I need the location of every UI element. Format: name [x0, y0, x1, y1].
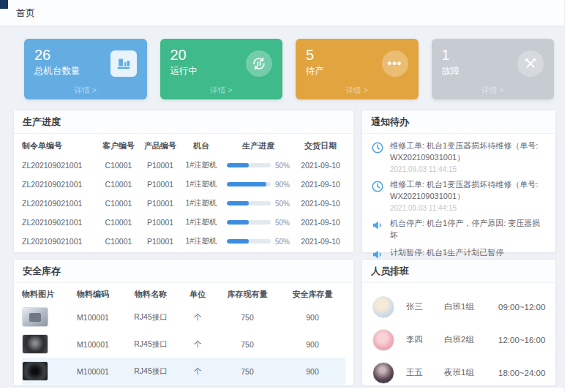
progress-percent: 90%	[275, 181, 290, 189]
stat-card-waiting[interactable]: 5 待产 ••• 详情 >	[296, 39, 419, 99]
stat-card-fault[interactable]: 1 故障 详情 >	[432, 39, 555, 99]
cell-machine: 1#注塑机	[181, 179, 221, 189]
table-row: M100001 RJ45接口 个 750 900	[22, 304, 345, 331]
column-header: 单位	[180, 289, 215, 300]
table-row: ZL202109021001 C10001 P10001 1#注塑机 90% 2…	[22, 175, 345, 194]
cell-order-no: ZL202109021001	[22, 237, 98, 246]
panel-title: 通知待办	[362, 110, 555, 134]
cell-product-no: P10001	[139, 218, 181, 227]
cell-unit: 个	[180, 366, 215, 377]
notice-text: 维修工单: 机台1变压器损坏待维修（单号: WX202109031001）	[390, 179, 547, 203]
cell-safety-qty: 900	[280, 367, 345, 376]
progress-bar	[227, 182, 271, 186]
panel-title: 人员排班	[362, 260, 555, 283]
notice-text: 计划暂停: 机台1生产计划已暂停	[390, 247, 547, 259]
notices-panel: 通知待办 维修工单: 机台1变压器损坏待维修（单号: WX20210903100…	[361, 110, 556, 253]
card-detail-link[interactable]: 详情 >	[296, 86, 419, 96]
staff-time: 12:00~16:00	[498, 336, 545, 344]
rj45-connector-image	[22, 307, 48, 327]
cell-on-hand: 750	[215, 367, 280, 376]
table-row: ZL202109021001 C10001 P10001 1#注塑机 50% 2…	[22, 213, 345, 232]
notice-item[interactable]: 机台停产: 机台1停产，停产原因: 变压器损坏	[371, 218, 547, 241]
schedule-row: 王五 夜班1组 18:00~24:00	[372, 356, 545, 389]
column-header: 机台	[181, 140, 221, 151]
cell-customer-no: C10001	[98, 180, 139, 189]
cell-on-hand: 750	[215, 313, 280, 322]
cell-delivery-date: 2021-09-10	[296, 180, 345, 189]
vertical-scrollbar[interactable]	[564, 0, 570, 392]
progress-bar	[227, 220, 271, 225]
schedule-row: 张三 白班1组 09:00~12:00	[372, 290, 545, 323]
notice-item[interactable]: 维修工单: 机台1变压器损坏待维修（单号: WX202109031001） 20…	[371, 140, 547, 173]
ellipsis-icon: •••	[382, 50, 408, 77]
table-row: M100001 RJ45接口 个 750 900	[22, 358, 345, 385]
notice-body: 维修工单: 机台1变压器损坏待维修（单号: WX202109031001） 20…	[390, 140, 547, 173]
card-detail-link[interactable]: 详情 >	[160, 86, 283, 96]
horizontal-scrollbar[interactable]	[0, 387, 564, 392]
notice-body: 维修工单: 机台1变压器损坏待维修（单号: WX202109031001） 20…	[390, 179, 547, 212]
cell-order-no: ZL202109021001	[22, 180, 98, 189]
cell-unit: 个	[180, 339, 215, 350]
card-detail-link[interactable]: 详情 >	[24, 86, 147, 96]
staff-name: 张三	[406, 301, 444, 312]
schedule-list: 张三 白班1组 09:00~12:00 李四 白班2组 12:00~16:00 …	[362, 283, 555, 389]
notice-body: 机台停产: 机台1停产，停产原因: 变压器损坏	[390, 218, 547, 241]
page-title: 首页	[16, 7, 35, 20]
progress-percent: 50%	[275, 200, 290, 208]
cell-progress: 50%	[221, 200, 296, 208]
avatar	[372, 362, 394, 384]
cell-machine: 1#注塑机	[181, 160, 221, 170]
staff-shift: 夜班1组	[444, 367, 498, 378]
cell-customer-no: C10001	[98, 199, 139, 208]
cell-delivery-date: 2021-09-10	[296, 161, 345, 170]
cell-progress: 50%	[221, 219, 296, 227]
table-row: ZL202109021001 C10001 P10001 1#注塑机 50% 2…	[22, 232, 345, 251]
table-header-row: 制令单编号 客户编号 产品编号 机台 生产进度 交货日期	[22, 135, 345, 156]
progress-bar	[227, 163, 271, 167]
staff-shift: 白班1组	[444, 301, 498, 312]
table-header-row: 物料图片 物料编码 物料名称 单位 库存现有量 安全库存量	[22, 284, 345, 304]
speaker-image	[22, 361, 48, 381]
stat-cards-row: 26 总机台数量 详情 > 20 运行中 详情 >	[24, 39, 554, 99]
cell-material-code: M100001	[64, 340, 121, 349]
notice-text: 维修工单: 机台1变压器损坏待维修（单号: WX202109031001）	[390, 140, 547, 164]
clock-icon	[371, 180, 384, 193]
cell-progress: 90%	[221, 181, 296, 189]
cell-customer-no: C10001	[98, 161, 139, 170]
progress-percent: 50%	[275, 162, 290, 170]
cell-safety-qty: 900	[280, 313, 345, 322]
staff-name: 李四	[406, 334, 444, 345]
cell-material-code: M100001	[64, 313, 121, 322]
notice-item[interactable]: 维修工单: 机台1变压器损坏待维修（单号: WX202109031001） 20…	[371, 179, 547, 212]
staff-schedule-panel: 人员排班 张三 白班1组 09:00~12:00 李四 白班2组 12:00~1…	[361, 259, 556, 386]
cell-unit: 个	[180, 312, 215, 323]
column-header: 安全库存量	[280, 289, 345, 300]
cell-order-no: ZL202109021001	[22, 218, 98, 227]
staff-time: 18:00~24:00	[498, 369, 545, 377]
schedule-row: 李四 白班2组 12:00~16:00	[372, 323, 545, 356]
stat-card-total-machines[interactable]: 26 总机台数量 详情 >	[24, 39, 147, 99]
cell-order-no: ZL202109021001	[22, 199, 98, 208]
cell-machine: 1#注塑机	[181, 217, 221, 227]
notice-time: 2021.09.03 11:44:15	[390, 165, 547, 173]
cell-product-no: P10001	[139, 237, 181, 246]
cell-safety-qty: 900	[280, 340, 345, 349]
progress-percent: 50%	[275, 219, 290, 227]
cell-delivery-date: 2021-09-10	[296, 218, 345, 227]
table-row: ZL202109021001 C10001 P10001 1#注塑机 50% 2…	[22, 156, 345, 175]
notice-list: 维修工单: 机台1变压器损坏待维修（单号: WX202109031001） 20…	[362, 134, 555, 268]
page-header: 首页	[0, 0, 564, 26]
cell-customer-no: C10001	[98, 237, 139, 246]
column-header: 生产进度	[221, 140, 296, 151]
production-progress-panel: 生产进度 制令单编号 客户编号 产品编号 机台 生产进度 交货日期 ZL2021…	[13, 110, 354, 253]
speaker-icon	[371, 219, 384, 232]
stat-card-running[interactable]: 20 运行中 详情 >	[160, 39, 283, 99]
card-detail-link[interactable]: 详情 >	[432, 86, 555, 96]
corner-accent	[0, 0, 8, 9]
progress-percent: 50%	[275, 238, 290, 246]
table-row: ZL202109021001 C10001 P10001 1#注塑机 50% 2…	[22, 194, 345, 213]
staff-time: 09:00~12:00	[498, 303, 545, 312]
cell-material-name: RJ45接口	[121, 366, 180, 377]
safety-inventory-panel: 安全库存 物料图片 物料编码 物料名称 单位 库存现有量 安全库存量 M1000…	[13, 259, 354, 386]
avatar	[372, 296, 394, 318]
